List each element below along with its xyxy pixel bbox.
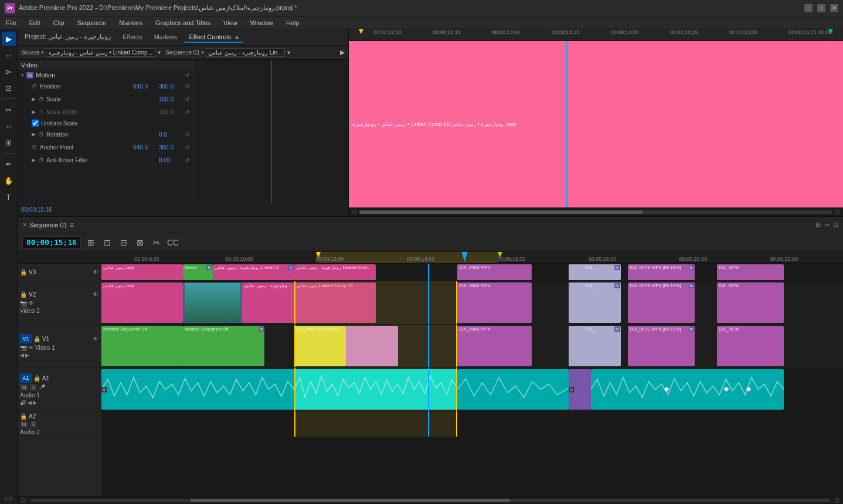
anti-flicker-val[interactable]: 0.00 (159, 157, 182, 164)
scroll-left-handle[interactable] (352, 210, 357, 214)
anti-flicker-stopwatch[interactable]: ⏱ (38, 157, 44, 164)
play-button[interactable]: ▶ (340, 49, 345, 56)
v3-lock[interactable]: 🔒 (20, 269, 27, 275)
menu-help[interactable]: Help (284, 18, 302, 28)
v2-clip-5[interactable]: DJI_0666.MP4 (457, 282, 532, 323)
v3-clip-7[interactable]: DJI_ fx (583, 264, 620, 280)
anti-flicker-reset[interactable]: ↺ (185, 157, 189, 164)
v1-clip-5[interactable]: DJI_0666.MP4 (457, 326, 532, 366)
rotation-reset[interactable]: ↺ (185, 131, 189, 138)
v1-target[interactable]: V1 (20, 334, 32, 343)
menu-view[interactable]: View (221, 18, 240, 28)
v3-eye[interactable]: 👁 (93, 269, 98, 275)
settings-icon[interactable]: ⊡ (833, 221, 838, 229)
source-select[interactable]: زمین عباس - رونبارچیرە • Linked Comp... (46, 48, 155, 57)
v2-clip-7[interactable]: DJI_ fx (583, 282, 620, 323)
v2-eye[interactable]: 👁 (93, 291, 98, 298)
v1-next-btn[interactable]: ▶ (25, 352, 29, 358)
tab-project[interactable]: Project: رونبارچیرە - زمین عباس (20, 32, 115, 43)
sequence-tab[interactable]: ✕ Sequence 01 ≡ (22, 221, 74, 229)
filter-icon[interactable]: ⊞ (815, 221, 821, 229)
rotation-val[interactable]: 0.0 (159, 131, 182, 138)
ripple-edit-tool[interactable]: ⊳ (2, 64, 16, 79)
scale-width-reset[interactable]: ↺ (185, 109, 189, 115)
v1-clip-8[interactable]: DJI_067S.MP4 [88.19%] fx (628, 326, 695, 366)
rolling-edit-tool[interactable]: ⊡ (2, 81, 16, 95)
a1-lock[interactable]: 🔒 (33, 375, 40, 382)
effect-controls-menu-icon[interactable]: ≡ (235, 34, 239, 40)
menu-file[interactable]: File (4, 18, 19, 28)
menu-graphics[interactable]: Graphics and Titles (153, 18, 213, 28)
anchor-stopwatch[interactable]: ⏱ (32, 144, 38, 151)
v1-clip-1[interactable]: Nested Sequence 04 (101, 326, 183, 366)
a2-lock[interactable]: 🔒 (20, 413, 27, 420)
uniform-scale-checkbox[interactable] (32, 120, 39, 127)
link-icon[interactable]: ⇒ (824, 221, 830, 229)
v3-clip-2[interactable]: Neste fx (183, 264, 213, 280)
position-x[interactable]: 640.0 (133, 83, 157, 90)
position-reset[interactable]: ↺ (185, 83, 189, 90)
bottom-scroll-thumb[interactable] (191, 499, 511, 502)
menu-sequence[interactable]: Sequence (75, 18, 109, 28)
type-tool[interactable]: T (2, 190, 16, 204)
menu-edit[interactable]: Edit (27, 18, 43, 28)
v1-cam[interactable]: 📷 (20, 345, 27, 351)
v3-clip-5[interactable]: DJI_0666.MP4 (457, 264, 532, 280)
razor-tool[interactable]: ✂ (2, 103, 16, 117)
snap-button[interactable]: ⊡ (101, 236, 114, 249)
v2-clip-1[interactable]: زمین عباس.aep (101, 282, 183, 323)
timecode-display[interactable]: 00;00;15;16 (22, 236, 81, 248)
a1-prev[interactable]: ◀ (28, 400, 32, 406)
rotation-stopwatch[interactable]: ⏱ (38, 131, 44, 138)
timeline-ruler[interactable]: 00;00;8;00 00;00;10;00 00;00;12;00 00;00… (18, 252, 843, 264)
v1-prev-btn[interactable]: ◀ (20, 352, 24, 358)
menu-window[interactable]: Window (248, 18, 276, 28)
v2-eye2[interactable]: 👁 (28, 300, 34, 307)
motion-header[interactable]: ▾ fx Motion ↺ (18, 70, 193, 80)
bottom-scroll-right[interactable] (835, 498, 839, 503)
a1-audio-2[interactable] (457, 369, 569, 410)
source-chevron[interactable]: ▾ (158, 49, 161, 56)
position-y[interactable]: 360.0 (159, 83, 182, 90)
scroll-right-handle[interactable] (835, 210, 839, 214)
tab-effect-controls[interactable]: Effect Controls ≡ (184, 32, 243, 43)
maximize-button[interactable]: □ (817, 4, 825, 12)
scale-val[interactable]: 100.0 (159, 96, 182, 103)
minimize-button[interactable]: ─ (804, 4, 813, 12)
a1-audio-1[interactable] (101, 369, 294, 410)
slide-tool[interactable]: ⊞ (2, 135, 16, 149)
close-button[interactable]: ✕ (830, 4, 838, 12)
in-point-marker[interactable] (359, 29, 363, 34)
edit-mode-button[interactable]: ✂ (150, 236, 163, 249)
menu-clip[interactable]: Clip (51, 18, 67, 28)
seq-tab-close[interactable]: ✕ (22, 222, 27, 228)
position-stopwatch[interactable]: ⏱ (32, 83, 38, 90)
v3-clip-4[interactable]: رونبارچیرە - زمین عباس Linked Comp 11 (294, 264, 376, 280)
a2-solo[interactable]: S (30, 421, 37, 428)
menu-markers[interactable]: Markers (117, 18, 145, 28)
v1-eye2[interactable]: 👁 (28, 345, 34, 351)
linked-selection-button[interactable]: ⊟ (117, 236, 130, 249)
v1-lock[interactable]: 🔒 (33, 336, 40, 342)
a1-vol[interactable]: 🔊 (20, 400, 26, 406)
video-section[interactable]: Video (18, 60, 193, 70)
bottom-scroll-track[interactable] (30, 499, 830, 502)
v1-clip-7[interactable]: DJI_ fx (583, 326, 620, 366)
seq-chevron[interactable]: ▾ (287, 49, 290, 56)
scroll-thumb[interactable] (359, 210, 643, 214)
anchor-x[interactable]: 640.0 (133, 144, 157, 151)
bottom-scroll-left[interactable] (21, 498, 26, 503)
v2-clip-9[interactable]: DJI_0676 (717, 282, 784, 323)
seq-select[interactable]: رونبارچیرە - زمین عباس Lin... (206, 48, 285, 57)
v1-clip-2[interactable]: Nested Sequence 05 fx (183, 326, 264, 366)
v3-clip-1[interactable]: زمین عباس.aep (101, 264, 183, 280)
v2-lock[interactable]: 🔒 (20, 291, 27, 298)
v3-clip-8[interactable]: DJI_067S.MP4 [88.19%] fx (628, 264, 695, 280)
v3-clip-9[interactable]: DJI_0676 (717, 264, 784, 280)
top-clip[interactable]: زمین عباس - رونبارچیرە • Linked Comp 11/… (349, 41, 843, 207)
v2-clip-2[interactable] (183, 282, 242, 323)
markers-button[interactable]: ⊠ (134, 236, 147, 249)
v3-clip-3[interactable]: رونبارچیرە - زمین عباس Linked C fx (213, 264, 294, 280)
a1-target[interactable]: A1 (20, 373, 32, 383)
a1-audio-3[interactable] (591, 369, 784, 410)
